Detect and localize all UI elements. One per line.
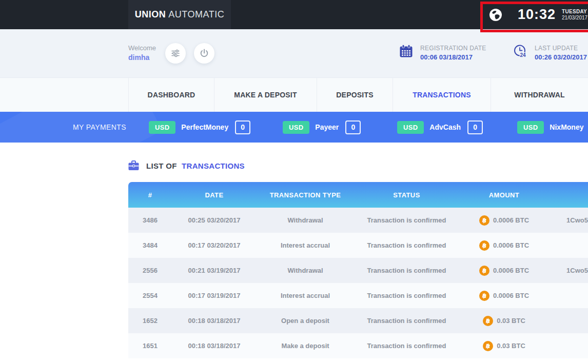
cell-type: Withdrawal <box>257 258 354 283</box>
transactions-table: # DATE TRANSACTION TYPE STATUS AMOUNT 34… <box>128 182 588 358</box>
svg-text:24: 24 <box>520 52 526 58</box>
cell-status: Transaction is confirmed <box>354 208 459 233</box>
amount-value: 0.0006 BTC <box>493 241 529 249</box>
cell-type: Interest accrual <box>257 283 354 308</box>
cell-id: 3486 <box>128 208 172 233</box>
welcome-block: Welcome dimha <box>128 44 156 62</box>
cell-amount: ฿ 0.03 BTC <box>459 308 549 333</box>
title-prefix: LIST OF <box>146 161 177 170</box>
transactions-heading: LIST OF TRANSACTIONS <box>128 160 245 171</box>
cell-amount: ฿ 0.0006 BTC <box>459 233 549 258</box>
amount-value: 0.03 BTC <box>497 317 525 325</box>
column-header-status: STATUS <box>354 182 459 208</box>
calendar-icon <box>399 44 413 58</box>
bitcoin-icon: ฿ <box>483 341 493 351</box>
column-header-amount: AMOUNT <box>459 182 549 208</box>
cell-date: 00:25 03/20/2017 <box>172 208 257 233</box>
bitcoin-icon: ฿ <box>479 215 489 226</box>
nav-item-withdrawal[interactable]: WITHDRAWAL <box>491 78 588 112</box>
nav-left-fill <box>0 78 128 112</box>
payment-balance[interactable]: 0 <box>345 120 361 134</box>
cell-id: 2556 <box>128 258 172 283</box>
cell-status: Transaction is confirmed <box>354 233 459 258</box>
cell-status: Transaction is confirmed <box>354 283 459 308</box>
payment-nixmoney: USD NixMoney 0 <box>517 112 588 143</box>
cell-amount: ฿ 0.0006 BTC <box>459 283 549 308</box>
cell-date: 00:17 03/19/2017 <box>172 283 257 308</box>
cell-date: 00:18 03/18/2017 <box>172 308 257 333</box>
clock-time: 10:32 <box>518 7 556 23</box>
payments-bar: MY PAYMENTS USD PerfectMoney 0 USD Payee… <box>0 112 588 143</box>
cell-status: Transaction is confirmed <box>354 308 459 333</box>
registration-date-label: REGISTRATION DATE <box>420 44 486 53</box>
column-header-id: # <box>128 182 172 208</box>
amount-value: 0.0006 BTC <box>493 216 529 224</box>
table-row: 3484 00:17 03/20/2017 Interest accrual T… <box>128 233 588 258</box>
table-row: 1651 00:18 03/18/2017 Make a deposit Tra… <box>128 333 588 358</box>
cell-type: Interest accrual <box>257 233 354 258</box>
clock-date: 21/03/2017 <box>562 15 587 21</box>
cell-address <box>549 308 588 333</box>
main-nav: DASHBOARD MAKE A DEPOSIT DEPOSITS TRANSA… <box>128 78 588 112</box>
cell-status: Transaction is confirmed <box>354 258 459 283</box>
cell-address: 1Cwo5 <box>549 258 588 283</box>
cell-address: 1Cwo5 <box>549 208 588 233</box>
amount-value: 0.0006 BTC <box>493 292 529 299</box>
currency-badge: USD <box>517 121 544 134</box>
payments-label: MY PAYMENTS <box>0 112 126 143</box>
top-bar: UNIONAUTOMATIC 10:32 TUESDAY 21/03/2017 <box>0 0 588 29</box>
cell-address <box>549 333 588 358</box>
table-header: # DATE TRANSACTION TYPE STATUS AMOUNT <box>128 182 588 208</box>
briefcase-icon <box>128 160 139 171</box>
payment-balance[interactable]: 0 <box>467 120 483 134</box>
nav-item-transactions[interactable]: TRANSACTIONS <box>393 78 491 112</box>
bitcoin-icon: ฿ <box>483 316 493 326</box>
cell-amount: ฿ 0.03 BTC <box>459 333 549 358</box>
cell-date: 00:21 03/19/2017 <box>172 258 257 283</box>
payment-name: Payeer <box>315 123 339 131</box>
brand-light: AUTOMATIC <box>168 9 224 19</box>
payment-name: AdvCash <box>429 123 461 131</box>
cell-id: 1652 <box>128 308 172 333</box>
sliders-icon <box>170 48 181 58</box>
table-row: 2554 00:17 03/19/2017 Interest accrual T… <box>128 283 588 308</box>
cell-date: 00:18 03/18/2017 <box>172 333 257 358</box>
last-update-value: 00:26 03/20/2017 <box>535 53 587 62</box>
cell-type: Make a deposit <box>257 333 354 358</box>
payment-payeer: USD Payeer 0 <box>283 112 361 143</box>
payment-perfectmoney: USD PerfectMoney 0 <box>149 112 250 143</box>
last-update-block: 24 LAST UPDATE 00:26 03/20/2017 <box>513 44 587 62</box>
payment-name: NixMoney <box>550 123 583 131</box>
clock-day: TUESDAY <box>562 9 587 15</box>
bitcoin-icon: ฿ <box>479 240 489 251</box>
nav-item-deposits[interactable]: DEPOSITS <box>317 78 393 112</box>
user-bar: Welcome dimha <box>0 29 588 78</box>
clock-cluster: 10:32 TUESDAY 21/03/2017 <box>485 0 588 29</box>
payment-advcash: USD AdvCash 0 <box>397 112 483 143</box>
amount-value: 0.0006 BTC <box>493 267 529 274</box>
bitcoin-icon: ฿ <box>479 291 489 301</box>
column-header-address <box>549 182 588 208</box>
payment-balance[interactable]: 0 <box>235 120 250 134</box>
nav-item-dashboard[interactable]: DASHBOARD <box>128 78 214 112</box>
cell-amount: ฿ 0.0006 BTC <box>459 208 549 233</box>
registration-date-value: 00:06 03/18/2017 <box>420 53 486 62</box>
page: UNIONAUTOMATIC 10:32 TUESDAY 21/03/2017 … <box>0 0 588 364</box>
title-transactions-link[interactable]: TRANSACTIONS <box>182 161 245 170</box>
settings-button[interactable] <box>165 43 186 64</box>
table-row: 1652 00:18 03/18/2017 Open a deposit Tra… <box>128 308 588 333</box>
brand-bold: UNION <box>135 9 166 19</box>
globe-icon <box>489 8 502 22</box>
username: dimha <box>128 53 156 62</box>
currency-badge: USD <box>149 121 175 134</box>
nav-item-make-a-deposit[interactable]: MAKE A DEPOSIT <box>214 78 317 112</box>
cell-id: 1651 <box>128 333 172 358</box>
currency-badge: USD <box>283 121 309 134</box>
power-icon <box>199 48 209 58</box>
welcome-label: Welcome <box>128 44 156 53</box>
cell-id: 3484 <box>128 233 172 258</box>
logout-button[interactable] <box>194 43 214 64</box>
brand-title: UNIONAUTOMATIC <box>135 9 224 20</box>
column-header-date: DATE <box>172 182 257 208</box>
amount-value: 0.03 BTC <box>497 342 525 350</box>
